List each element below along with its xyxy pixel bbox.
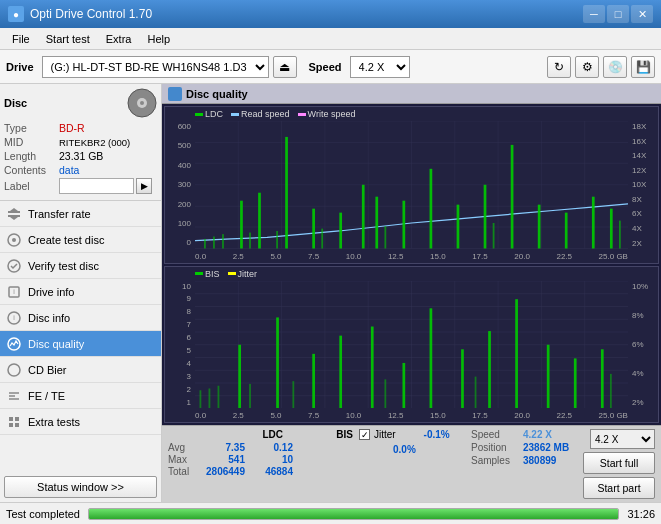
chart1-y-labels-left: 6005004003002001000 xyxy=(165,122,193,248)
max-label: Max xyxy=(168,454,203,465)
svg-rect-90 xyxy=(515,299,518,408)
stats-empty xyxy=(168,429,203,440)
svg-rect-52 xyxy=(204,239,206,249)
length-label: Length xyxy=(4,150,59,162)
settings-button[interactable]: ⚙ xyxy=(575,56,599,78)
sidebar-item-label: Verify test disc xyxy=(28,260,99,272)
sidebar-item-label: Disc info xyxy=(28,312,70,324)
start-part-button[interactable]: Start part xyxy=(583,477,655,499)
verify-test-disc-icon xyxy=(6,258,22,274)
chart2-y-labels-left: 10987654321 xyxy=(165,282,193,408)
sidebar-item-fe-te[interactable]: FE / TE xyxy=(0,383,161,409)
start-full-button[interactable]: Start full xyxy=(583,452,655,474)
sidebar-item-drive-info[interactable]: i Drive info xyxy=(0,279,161,305)
sidebar-item-verify-test-disc[interactable]: Verify test disc xyxy=(0,253,161,279)
svg-rect-95 xyxy=(209,388,211,408)
svg-rect-51 xyxy=(610,209,613,249)
sidebar-item-label: Drive info xyxy=(28,286,74,298)
sidebar-item-disc-quality[interactable]: Disc quality xyxy=(0,331,161,357)
menu-file[interactable]: File xyxy=(4,31,38,47)
close-button[interactable]: ✕ xyxy=(631,5,653,23)
svg-rect-47 xyxy=(511,145,514,249)
sidebar-item-label: Transfer rate xyxy=(28,208,91,220)
cd-bier-icon xyxy=(6,362,22,378)
max-ldc: 541 xyxy=(203,454,253,465)
drive-select[interactable]: (G:) HL-DT-ST BD-RE WH16NS48 1.D3 xyxy=(42,56,269,78)
total-bis: 46884 xyxy=(253,466,293,477)
sidebar-item-transfer-rate[interactable]: Transfer rate xyxy=(0,201,161,227)
speed-select[interactable]: 4.2 X xyxy=(350,56,410,78)
svg-rect-54 xyxy=(222,234,224,248)
svg-rect-57 xyxy=(321,229,323,249)
sidebar-item-label: Create test disc xyxy=(28,234,104,246)
jitter-checkbox[interactable]: ✓ xyxy=(359,429,370,440)
svg-rect-16 xyxy=(9,417,13,421)
label-apply-button[interactable]: ▶ xyxy=(136,178,152,194)
ldc-col-header: LDC xyxy=(233,429,283,440)
svg-rect-84 xyxy=(339,335,342,408)
ldc-color xyxy=(195,113,203,116)
svg-point-2 xyxy=(140,101,144,105)
type-value: BD-R xyxy=(59,122,157,134)
menu-start-test[interactable]: Start test xyxy=(38,31,98,47)
speed-action-select[interactable]: 4.2 X xyxy=(590,429,655,449)
svg-rect-85 xyxy=(371,326,374,408)
refresh-button[interactable]: ↻ xyxy=(547,56,571,78)
create-test-disc-icon xyxy=(6,232,22,248)
contents-label: Contents xyxy=(4,164,59,176)
write-speed-color xyxy=(298,113,306,116)
jitter-speed-section: ✓ Jitter -0.1% x 0.0% x xyxy=(359,429,465,469)
disc-label-label: Label xyxy=(4,180,59,192)
charts-area: LDC Read speed Write speed 6005004003002… xyxy=(162,104,661,425)
sidebar-item-disc-info[interactable]: i Disc info xyxy=(0,305,161,331)
chart2-y-labels-right: 10%8%6%4%2% xyxy=(630,282,658,408)
chart-ldc: LDC Read speed Write speed 6005004003002… xyxy=(164,106,659,264)
svg-rect-86 xyxy=(402,362,405,408)
speed-stat-value: 4.22 X xyxy=(523,429,552,440)
svg-rect-94 xyxy=(200,390,202,408)
menu-extra[interactable]: Extra xyxy=(98,31,140,47)
status-window-button[interactable]: Status window >> xyxy=(4,476,157,498)
svg-rect-43 xyxy=(402,201,405,249)
maximize-button[interactable]: □ xyxy=(607,5,629,23)
legend-ldc: LDC xyxy=(195,109,223,119)
svg-rect-93 xyxy=(601,349,604,408)
bis-col-header: BIS xyxy=(313,429,353,440)
disc-button[interactable]: 💿 xyxy=(603,56,627,78)
label-input[interactable] xyxy=(59,178,134,194)
panel-title: Disc quality xyxy=(186,88,248,100)
max-jitter: 0.0% xyxy=(393,444,416,455)
speed-position-section: Speed 4.22 X Position 23862 MB Samples 3… xyxy=(471,429,577,466)
sidebar-item-cd-bier[interactable]: CD Bier xyxy=(0,357,161,383)
svg-rect-53 xyxy=(213,237,215,249)
status-text: Test completed xyxy=(6,508,80,520)
avg-bis: 0.12 xyxy=(253,442,293,453)
panel-icon xyxy=(168,87,182,101)
status-bar: Test completed 31:26 xyxy=(0,502,661,524)
svg-marker-4 xyxy=(10,208,18,211)
fe-te-icon xyxy=(6,388,22,404)
sidebar-item-create-test-disc[interactable]: Create test disc xyxy=(0,227,161,253)
menu-help[interactable]: Help xyxy=(139,31,178,47)
svg-rect-59 xyxy=(493,223,495,249)
main-content: Disc quality LDC Read speed Wr xyxy=(162,84,661,502)
eject-button[interactable]: ⏏ xyxy=(273,56,297,78)
drive-label: Drive xyxy=(6,61,34,73)
svg-rect-42 xyxy=(375,197,378,249)
stats-area: LDC BIS Avg 7.35 0.12 Max 541 10 Total 2… xyxy=(162,425,661,502)
jitter-label: Jitter xyxy=(374,429,396,440)
jitter-color xyxy=(228,272,236,275)
sidebar-item-extra-tests[interactable]: Extra tests xyxy=(0,409,161,435)
speed-label: Speed xyxy=(309,61,342,73)
avg-jitter: -0.1% xyxy=(400,429,450,440)
samples-label: Samples xyxy=(471,455,519,466)
position-value: 23862 MB xyxy=(523,442,569,453)
minimize-button[interactable]: ─ xyxy=(583,5,605,23)
svg-rect-91 xyxy=(547,344,550,408)
nav-items: Transfer rate Create test disc Verify te… xyxy=(0,201,161,435)
save-button[interactable]: 💾 xyxy=(631,56,655,78)
svg-rect-60 xyxy=(619,221,621,249)
svg-rect-36 xyxy=(240,201,243,249)
svg-rect-87 xyxy=(430,308,433,408)
svg-rect-56 xyxy=(276,231,278,249)
